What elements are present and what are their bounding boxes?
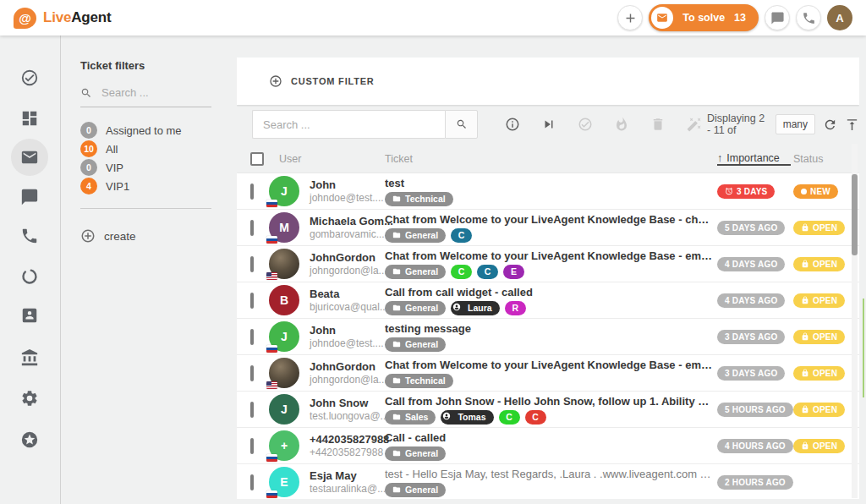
filter-item-assigned-to-me[interactable]: 0Assigned to me bbox=[80, 121, 237, 140]
page-size-select[interactable]: many bbox=[776, 114, 815, 134]
scrollbar-thumb[interactable] bbox=[852, 174, 858, 255]
calls-button[interactable] bbox=[796, 5, 821, 30]
label-tag[interactable]: C bbox=[451, 265, 472, 279]
sidebar-item-reports[interactable] bbox=[11, 258, 48, 295]
column-user: User bbox=[269, 144, 385, 173]
ticket-row[interactable]: B Beata bjuricova@qual... Call from call… bbox=[237, 282, 859, 319]
to-solve-button[interactable]: To solve 13 bbox=[649, 4, 759, 31]
resolve-next-button[interactable] bbox=[536, 112, 562, 137]
status-badge[interactable]: ANS... bbox=[793, 475, 847, 490]
department-tag[interactable]: General bbox=[385, 446, 446, 461]
ticket-title[interactable]: Call - called bbox=[385, 431, 717, 444]
align-top-icon bbox=[845, 118, 859, 132]
ticket-row[interactable]: M Michaela Gom... gombarovamic... Chat f… bbox=[237, 210, 859, 246]
mark-resolved-button[interactable] bbox=[573, 112, 598, 137]
ticket-title[interactable]: Chat from Welcome to your LiveAgent Know… bbox=[385, 213, 717, 226]
department-tag[interactable]: General bbox=[385, 337, 446, 352]
row-checkbox[interactable] bbox=[250, 402, 254, 418]
label-tag[interactable]: C bbox=[525, 410, 546, 425]
status-badge[interactable]: OPEN bbox=[793, 403, 845, 417]
sidebar-item-dashboard[interactable] bbox=[11, 100, 48, 137]
label-tag[interactable]: C bbox=[477, 265, 498, 279]
filter-item-all[interactable]: 10All bbox=[80, 140, 237, 158]
row-checkbox[interactable] bbox=[250, 293, 254, 309]
status-badge[interactable]: NEW bbox=[793, 184, 838, 199]
row-checkbox[interactable] bbox=[250, 256, 254, 272]
status-badge[interactable]: OPEN bbox=[793, 439, 845, 453]
ticket-row[interactable]: E Esja May testauralinka@... test - Hell… bbox=[237, 464, 859, 499]
status-badge[interactable]: OPEN bbox=[793, 257, 845, 271]
label-tag[interactable]: R bbox=[505, 301, 526, 315]
sidebar-item-tickets[interactable] bbox=[11, 139, 48, 176]
ticket-title[interactable]: Chat from Welcome to your LiveAgent Know… bbox=[385, 359, 717, 371]
brand-text: LiveAgent bbox=[43, 9, 111, 26]
folder-icon bbox=[392, 340, 401, 348]
row-checkbox[interactable] bbox=[250, 365, 254, 381]
ticket-title[interactable]: Chat from Welcome to your LiveAgent Know… bbox=[385, 249, 717, 262]
column-importance[interactable]: ↑Importance bbox=[717, 152, 791, 166]
sidebar-item-contacts[interactable] bbox=[11, 297, 48, 334]
filters-divider bbox=[80, 208, 211, 209]
row-checkbox[interactable] bbox=[250, 184, 254, 200]
filters-search-input[interactable]: Search ... bbox=[80, 86, 211, 107]
delete-button[interactable] bbox=[645, 112, 671, 137]
scroll-top-button[interactable] bbox=[845, 112, 859, 137]
sidebar-item-chats[interactable] bbox=[11, 178, 48, 216]
status-badge[interactable]: OPEN bbox=[793, 221, 845, 235]
agent-tag[interactable]: Tomas bbox=[441, 410, 493, 425]
ticket-title[interactable]: testing message bbox=[385, 322, 717, 335]
chats-button[interactable] bbox=[765, 5, 790, 30]
label-tag[interactable]: C bbox=[451, 228, 472, 243]
department-tag[interactable]: Technical bbox=[385, 374, 453, 388]
row-checkbox[interactable] bbox=[250, 220, 254, 236]
label-tag[interactable]: E bbox=[503, 265, 524, 279]
department-tag[interactable]: Sales bbox=[385, 410, 436, 425]
select-all-checkbox[interactable] bbox=[250, 152, 264, 166]
skip-next-icon bbox=[541, 117, 556, 132]
ticket-title[interactable]: test bbox=[385, 177, 717, 189]
ticket-row[interactable]: JohnGordon johngordon@la... Chat from We… bbox=[237, 246, 859, 282]
department-tag[interactable]: General bbox=[385, 228, 446, 243]
mass-action-button[interactable] bbox=[682, 112, 707, 137]
sidebar-item-resolve[interactable] bbox=[11, 59, 48, 96]
ticket-title[interactable]: test - Hello Esja May, test Regards, .La… bbox=[385, 468, 717, 480]
sidebar-item-upgrade[interactable] bbox=[11, 421, 48, 458]
filter-item-vip1[interactable]: 4VIP1 bbox=[80, 177, 237, 195]
tickets-search-button[interactable] bbox=[445, 110, 478, 139]
sidebar-item-academy[interactable] bbox=[11, 339, 48, 376]
sidebar-item-settings[interactable] bbox=[11, 380, 48, 417]
row-checkbox[interactable] bbox=[250, 329, 254, 345]
column-status[interactable]: Status bbox=[791, 144, 859, 173]
row-checkbox[interactable] bbox=[250, 474, 254, 490]
avatar: E bbox=[269, 467, 299, 497]
department-tag[interactable]: Technical bbox=[385, 192, 453, 206]
status-badge[interactable]: OPEN bbox=[793, 293, 845, 308]
ticket-row[interactable]: J John johndoe@test.... testing message … bbox=[237, 319, 859, 355]
department-tag[interactable]: General bbox=[385, 301, 446, 315]
custom-filter-button[interactable]: CUSTOM FILTER bbox=[291, 76, 375, 86]
ticket-row[interactable]: + +442035827988 +442035827988 Call - cal… bbox=[237, 428, 859, 464]
status-badge[interactable]: OPEN bbox=[793, 366, 845, 381]
create-filter-button[interactable]: create bbox=[80, 228, 237, 244]
ticket-row[interactable]: JohnGordon johngordon@la... Chat from We… bbox=[237, 355, 859, 392]
ticket-title[interactable]: Call from John Snow - Hello John Snow, f… bbox=[385, 395, 717, 408]
info-button[interactable] bbox=[500, 112, 525, 137]
agent-tag[interactable]: Laura bbox=[451, 301, 500, 315]
filter-label: All bbox=[106, 143, 118, 156]
refresh-button[interactable] bbox=[823, 112, 837, 137]
ticket-row[interactable]: J John johndoe@test.... test Technical 3… bbox=[237, 173, 859, 210]
label-tag[interactable]: C bbox=[499, 410, 520, 425]
ticket-title[interactable]: Call from call widget - called bbox=[385, 286, 717, 299]
sidebar-item-calls[interactable] bbox=[11, 217, 48, 255]
urgency-button[interactable] bbox=[609, 112, 634, 137]
department-tag[interactable]: General bbox=[385, 483, 446, 497]
ticket-row[interactable]: J John Snow test.luongova@... Call from … bbox=[237, 392, 859, 428]
filter-item-vip[interactable]: 0VIP bbox=[80, 158, 237, 177]
row-checkbox[interactable] bbox=[250, 438, 254, 454]
department-tag[interactable]: General bbox=[385, 265, 446, 279]
add-new-button[interactable] bbox=[617, 5, 643, 30]
folder-icon bbox=[392, 376, 401, 385]
status-badge[interactable]: OPEN bbox=[793, 330, 845, 344]
tickets-search-input[interactable] bbox=[252, 110, 445, 139]
user-avatar[interactable]: A bbox=[827, 5, 852, 30]
